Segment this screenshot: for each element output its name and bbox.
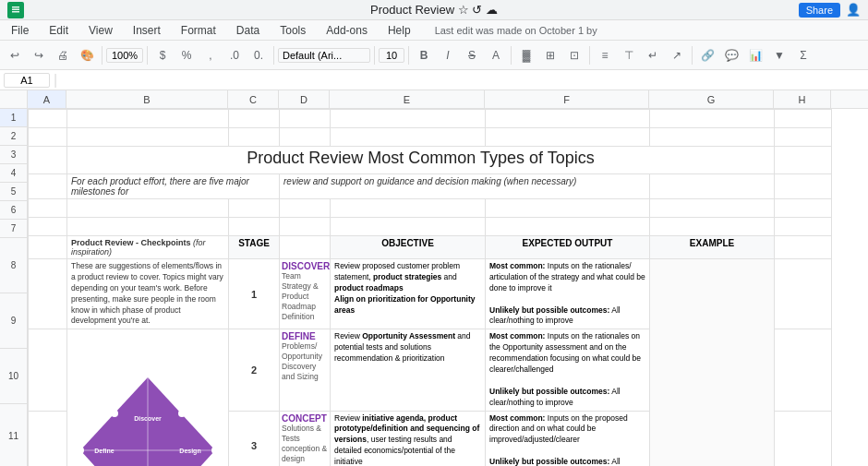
cell-d10-stage-name[interactable]: CONCEPT Solutions & Tests conception & d… <box>280 411 331 466</box>
font-size-input[interactable]: 10 <box>379 48 404 63</box>
cell-g6[interactable] <box>650 218 775 236</box>
link-button[interactable]: 🔗 <box>696 44 718 66</box>
chart-button[interactable]: 📊 <box>744 44 766 66</box>
star-icon[interactable]: ☆ <box>458 3 469 17</box>
cell-c6[interactable] <box>229 218 280 236</box>
menu-tools[interactable]: Tools <box>276 22 309 39</box>
filter-button[interactable]: ▼ <box>768 44 790 66</box>
cell-e8-objective[interactable]: Review proposed customer problem stateme… <box>331 259 486 329</box>
fill-color-button[interactable]: ▓ <box>515 44 537 66</box>
cell-d4-subtitle-mid[interactable]: review and support on guidance and decis… <box>280 174 650 199</box>
row-num-6[interactable]: 6 <box>0 201 27 220</box>
row-num-2[interactable]: 2 <box>0 127 27 146</box>
cell-c7[interactable]: STAGE <box>229 236 280 259</box>
paint-format-button[interactable]: 🎨 <box>76 44 98 66</box>
cell-h10[interactable] <box>775 411 832 466</box>
row-num-4[interactable]: 4 <box>0 164 27 183</box>
cell-a8[interactable] <box>29 259 67 329</box>
cell-f9-output[interactable]: Most common: Inputs on the rationales on… <box>486 329 650 411</box>
cell-g1[interactable] <box>650 110 775 128</box>
menu-help[interactable]: Help <box>384 22 415 39</box>
font-selector[interactable]: Default (Ari... <box>278 48 370 63</box>
align-button[interactable]: ≡ <box>594 44 616 66</box>
cell-a3[interactable] <box>29 147 67 174</box>
cell-c8-stage-num[interactable]: 1 <box>229 259 280 329</box>
borders-button[interactable]: ⊞ <box>539 44 561 66</box>
currency-button[interactable]: $ <box>151 44 174 66</box>
decimal-inc-button[interactable]: 0. <box>247 44 270 66</box>
cell-b6[interactable] <box>67 218 229 236</box>
cell-c9-stage-num[interactable]: 2 <box>229 329 280 411</box>
col-header-a[interactable]: A <box>28 90 66 108</box>
menu-addons[interactable]: Add-ons <box>322 22 371 39</box>
cell-b5[interactable] <box>67 199 229 218</box>
cell-c1[interactable] <box>229 110 280 128</box>
cell-h6[interactable] <box>775 218 832 236</box>
cell-g7-example-header[interactable]: EXAMPLE <box>650 236 775 259</box>
row-num-8[interactable]: 8 <box>0 238 27 293</box>
redo-button[interactable]: ↪ <box>28 44 50 66</box>
menu-insert[interactable]: Insert <box>129 22 164 39</box>
col-header-c[interactable]: C <box>228 90 279 108</box>
row-num-5[interactable]: 5 <box>0 183 27 201</box>
cell-h9[interactable] <box>775 329 832 411</box>
cell-e7-objective-header[interactable]: OBJECTIVE <box>331 236 486 259</box>
cell-e1[interactable] <box>331 110 486 128</box>
cell-c10-stage-num[interactable]: 3 <box>229 411 280 466</box>
cell-e5[interactable] <box>331 199 486 218</box>
cell-h8[interactable] <box>775 259 832 329</box>
cell-d9-stage-name[interactable]: DEFINE Problems/ Opportunity Discovery a… <box>280 329 331 411</box>
cell-a1[interactable] <box>29 110 67 128</box>
cell-d1[interactable] <box>280 110 331 128</box>
undo-button[interactable]: ↩ <box>4 44 26 66</box>
col-header-g[interactable]: G <box>649 90 774 108</box>
menu-format[interactable]: Format <box>177 22 220 39</box>
col-header-b[interactable]: B <box>66 90 228 108</box>
comma-button[interactable]: , <box>199 44 222 66</box>
decimal-dec-button[interactable]: .0 <box>223 44 246 66</box>
row-num-7[interactable]: 7 <box>0 220 27 238</box>
cell-h1[interactable] <box>775 110 832 128</box>
share-button[interactable]: Share <box>799 3 840 18</box>
cell-h3[interactable] <box>775 147 832 174</box>
row-num-9[interactable]: 9 <box>0 293 27 349</box>
cell-e10-objective[interactable]: Review initiative agenda, product protot… <box>331 411 486 466</box>
row-num-10[interactable]: 10 <box>0 349 27 404</box>
bold-button[interactable]: B <box>413 44 435 66</box>
cell-h5[interactable] <box>775 199 832 218</box>
menu-view[interactable]: View <box>85 22 116 39</box>
cell-c5[interactable] <box>229 199 280 218</box>
cell-a10[interactable] <box>29 411 67 466</box>
cell-f2[interactable] <box>486 128 650 147</box>
cell-b7-checkpoint-header[interactable]: Product Review - Checkpoints (for inspir… <box>67 236 229 259</box>
row-num-1[interactable]: 1 <box>0 109 27 127</box>
row-num-3[interactable]: 3 <box>0 146 27 164</box>
col-header-d[interactable]: D <box>279 90 330 108</box>
cell-c2[interactable] <box>229 128 280 147</box>
italic-button[interactable]: I <box>437 44 459 66</box>
cell-h2[interactable] <box>775 128 832 147</box>
cell-d8-stage-name[interactable]: DISCOVER Team Strategy & Product Roadmap… <box>280 259 331 329</box>
cell-d2[interactable] <box>280 128 331 147</box>
percent-button[interactable]: % <box>175 44 198 66</box>
cell-f7-output-header[interactable]: EXPECTED OUTPUT <box>486 236 650 259</box>
strikethrough-button[interactable]: S <box>461 44 483 66</box>
col-header-f[interactable]: F <box>485 90 649 108</box>
valign-button[interactable]: ⊤ <box>618 44 640 66</box>
cell-b8-checkpoint-body[interactable]: These are suggestions of elements/flows … <box>67 259 229 329</box>
cell-g5[interactable] <box>650 199 775 218</box>
merge-button[interactable]: ⊡ <box>563 44 585 66</box>
cell-a9[interactable] <box>29 329 67 411</box>
history-icon[interactable]: ↺ <box>472 3 482 17</box>
font-color-button[interactable]: A <box>485 44 507 66</box>
wrap-button[interactable]: ↵ <box>642 44 664 66</box>
cell-f1[interactable] <box>486 110 650 128</box>
cell-g2[interactable] <box>650 128 775 147</box>
function-button[interactable]: Σ <box>792 44 814 66</box>
comment-button[interactable]: 💬 <box>720 44 742 66</box>
cell-b2[interactable] <box>67 128 229 147</box>
cell-a7[interactable] <box>29 236 67 259</box>
print-button[interactable]: 🖨 <box>52 44 74 66</box>
cell-d6[interactable] <box>280 218 331 236</box>
formula-input[interactable] <box>61 75 864 86</box>
